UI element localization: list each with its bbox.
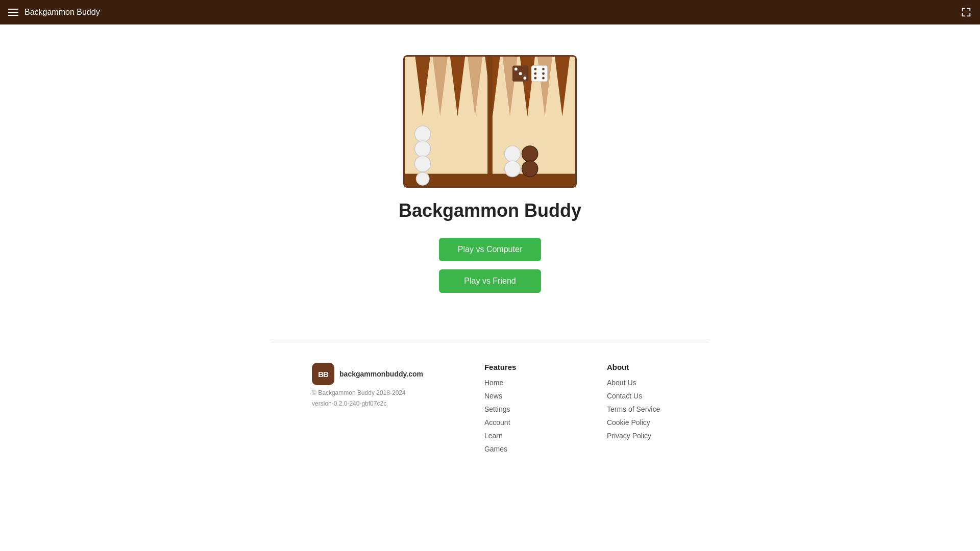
svg-point-14: [414, 156, 430, 171]
footer-link-settings[interactable]: Settings: [484, 405, 546, 413]
svg-point-30: [542, 77, 545, 80]
svg-point-28: [542, 68, 545, 70]
play-vs-friend-button[interactable]: Play vs Friend: [439, 269, 541, 293]
app-title: Backgammon Buddy: [24, 8, 100, 17]
svg-point-18: [522, 146, 538, 162]
features-title: Features: [484, 363, 546, 371]
fullscreen-icon[interactable]: [961, 7, 972, 18]
game-board-image: [403, 55, 577, 188]
svg-point-26: [534, 72, 536, 75]
footer-link-contact-us[interactable]: Contact Us: [607, 392, 668, 400]
footer-link-games[interactable]: Games: [484, 445, 546, 453]
app-header: Backgammon Buddy: [0, 0, 980, 24]
svg-point-23: [523, 77, 526, 80]
svg-point-16: [504, 146, 520, 162]
svg-point-27: [534, 77, 536, 80]
svg-point-13: [414, 141, 430, 157]
footer-site-name: backgammonbuddy.com: [339, 370, 423, 378]
svg-rect-24: [531, 66, 547, 82]
footer-link-terms[interactable]: Terms of Service: [607, 405, 668, 413]
svg-point-21: [514, 67, 518, 70]
footer-brand: BB backgammonbuddy.com © Backgammon Budd…: [312, 363, 423, 458]
svg-point-17: [504, 161, 520, 177]
svg-point-12: [414, 126, 430, 142]
footer-copyright: © Backgammon Buddy 2018-2024: [312, 388, 406, 398]
play-vs-computer-button[interactable]: Play vs Computer: [439, 238, 541, 261]
footer-features-column: Features Home News Settings Account Lear…: [484, 363, 546, 458]
footer-link-news[interactable]: News: [484, 392, 546, 400]
game-title: Backgammon Buddy: [399, 200, 581, 221]
main-content: Backgammon Buddy Play vs Computer Play v…: [0, 24, 980, 301]
about-title: About: [607, 363, 668, 371]
footer-link-account[interactable]: Account: [484, 418, 546, 427]
footer: BB backgammonbuddy.com © Backgammon Budd…: [260, 342, 720, 489]
footer-link-about-us[interactable]: About Us: [607, 379, 668, 387]
footer-link-learn[interactable]: Learn: [484, 432, 546, 440]
footer-link-home[interactable]: Home: [484, 379, 546, 387]
svg-point-22: [519, 72, 522, 75]
header-left: Backgammon Buddy: [8, 8, 100, 17]
menu-icon[interactable]: [8, 9, 18, 16]
footer-logo: BB: [312, 363, 334, 385]
footer-link-cookie-policy[interactable]: Cookie Policy: [607, 418, 668, 427]
svg-point-29: [542, 72, 545, 75]
footer-about-column: About About Us Contact Us Terms of Servi…: [607, 363, 668, 458]
footer-version: version-0.2.0-240-gbf07c2c: [312, 399, 386, 409]
svg-point-25: [534, 68, 536, 70]
svg-rect-11: [487, 57, 493, 186]
footer-link-privacy-policy[interactable]: Privacy Policy: [607, 432, 668, 440]
svg-point-15: [416, 172, 429, 185]
svg-point-19: [522, 161, 538, 177]
footer-logo-row: BB backgammonbuddy.com: [312, 363, 423, 385]
